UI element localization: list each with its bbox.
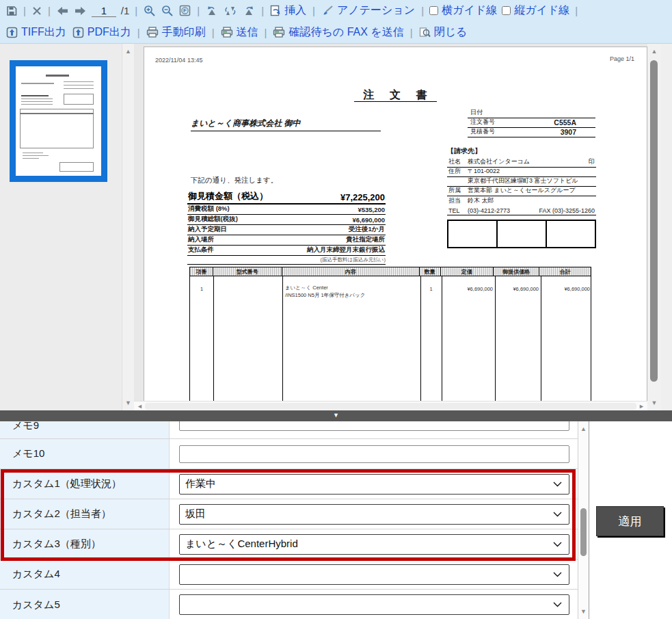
memo9-input[interactable]: [179, 421, 569, 431]
separator: |: [23, 5, 27, 16]
field-label: カスタム3（種別）: [0, 529, 170, 559]
send-label: 送信: [237, 25, 258, 40]
rotate-180-button[interactable]: [224, 5, 237, 16]
scroll-down-icon[interactable]: ▼: [122, 398, 134, 408]
recipient-line: まいと～く商事株式会社 御中: [191, 118, 381, 131]
vertical-scrollbar[interactable]: ▲ ▼: [647, 44, 661, 410]
memo10-input[interactable]: [179, 445, 569, 463]
save-icon: [6, 5, 17, 16]
field-row-custom3: カスタム3（種別） まいと～くCenterHybrid: [0, 529, 578, 559]
separator: |: [312, 5, 316, 16]
billing-block: 【請求先】 社名株式会社インターコム印 住所〒101-0022 東京都千代田区練…: [447, 146, 596, 215]
separator: |: [134, 5, 138, 16]
toolbar-row-1: | | /1 | F |: [0, 0, 672, 21]
document-page: 2022/11/04 13:45 Page 1/1 注 文 書 まいと～く商事株…: [144, 47, 647, 401]
toolbar-row-2: TIFF出力 PDF出力 | 手動印刷 | 送信 | 確認待ちの FAX を送信…: [0, 21, 672, 43]
separator: |: [211, 27, 215, 38]
v-guide-toggle[interactable]: 縦ガイド線: [502, 3, 569, 18]
fields-scroll-thumb[interactable]: [580, 508, 587, 556]
horizontal-scrollbar[interactable]: ◄ ►: [134, 401, 647, 410]
insert-label: 挿入: [284, 3, 306, 18]
v-guide-checkbox[interactable]: [502, 6, 511, 15]
fit-page-button[interactable]: F: [178, 5, 191, 16]
h-guide-toggle[interactable]: 横ガイド線: [429, 3, 497, 18]
thumbnail-panel: [0, 44, 122, 410]
scroll-down-icon[interactable]: ▼: [647, 398, 661, 408]
magnifier-page-icon: [419, 27, 431, 38]
item-no: 1: [190, 286, 213, 292]
page-thumbnail[interactable]: [10, 60, 107, 182]
info-row: 見積番号3907: [468, 128, 595, 137]
field-label: カスタム4: [0, 559, 170, 589]
manual-print-button[interactable]: 手動印刷: [146, 25, 206, 40]
toolbar: | | /1 | F |: [0, 0, 672, 44]
scroll-up-icon[interactable]: ▲: [647, 47, 661, 56]
field-row-custom4: カスタム4: [0, 559, 578, 590]
send-pending-fax-button[interactable]: 確認待ちの FAX を送信: [272, 25, 404, 40]
amount-row: 消費税額 (8%)¥535,200: [187, 205, 386, 215]
separator: |: [47, 5, 51, 16]
billing-row: 所属営業本部 まいと～くセールスグループ: [447, 187, 596, 196]
delete-page-button[interactable]: [31, 6, 42, 16]
manual-print-label: 手動印刷: [162, 25, 206, 40]
stamp-cell: [448, 221, 496, 247]
horizontal-scroll-thumb[interactable]: [145, 403, 636, 410]
close-viewer-label: 閉じる: [434, 25, 468, 40]
separator: |: [196, 5, 200, 16]
scroll-up-icon[interactable]: ▲: [578, 424, 589, 434]
custom3-type-select[interactable]: まいと～くCenterHybrid: [179, 534, 569, 555]
annotation-button[interactable]: アノテーション: [321, 3, 416, 18]
pdf-export-button[interactable]: PDF出力: [72, 25, 132, 40]
insert-page-button[interactable]: 挿入: [269, 3, 307, 18]
field-label: カスタム2（担当者）: [0, 499, 170, 529]
fields-scrollbar[interactable]: ▲ ▼: [578, 421, 589, 619]
close-x-icon: [32, 6, 42, 16]
rotate-right-icon: [243, 5, 255, 16]
field-label: メモ10: [0, 439, 170, 469]
chevron-down-icon: [553, 482, 562, 487]
scroll-up-icon[interactable]: ▲: [122, 47, 134, 56]
custom5-select[interactable]: [179, 594, 569, 615]
page-number-input[interactable]: [92, 5, 116, 17]
close-viewer-button[interactable]: 閉じる: [418, 25, 468, 40]
tiff-export-button[interactable]: TIFF出力: [5, 25, 67, 40]
thumbnail-scrollbar[interactable]: ▲ ▼: [122, 44, 134, 410]
send-button[interactable]: 送信: [220, 25, 259, 40]
chevron-down-icon: [553, 602, 562, 607]
next-page-button[interactable]: [74, 6, 87, 16]
v-guide-label: 縦ガイド線: [514, 3, 569, 18]
field-row-custom1: カスタム1（処理状況） 作業中: [0, 469, 578, 499]
rotate-180-icon: [224, 5, 237, 16]
amount-note: (振込手数料は振込み元払い): [187, 256, 386, 265]
custom4-select[interactable]: [179, 564, 569, 585]
apply-button[interactable]: 適用: [596, 506, 664, 536]
page-total-label: /1: [121, 5, 130, 16]
custom1-status-select[interactable]: 作業中: [179, 474, 569, 495]
scroll-right-icon[interactable]: ►: [639, 401, 645, 411]
billing-row: 社名株式会社インターコム印: [447, 158, 596, 168]
brush-icon: [321, 5, 334, 16]
rotate-left-button[interactable]: [205, 5, 219, 16]
prev-page-button[interactable]: [56, 6, 69, 16]
rotate-right-button[interactable]: [242, 5, 256, 16]
annotation-label: アノテーション: [337, 3, 415, 18]
item-offer-price: ¥6,690,000: [495, 286, 539, 292]
page-indicator: Page 1/1: [610, 55, 634, 62]
zoom-out-button[interactable]: [161, 5, 174, 16]
vertical-scroll-thumb[interactable]: [650, 60, 658, 382]
panel-splitter[interactable]: ▼: [0, 410, 672, 421]
viewer-right-gutter: [661, 44, 672, 410]
custom2-person-select[interactable]: 坂田: [179, 504, 569, 525]
zoom-in-button[interactable]: [143, 5, 156, 16]
document-viewport[interactable]: 2022/11/04 13:45 Page 1/1 注 文 書 まいと～く商事株…: [134, 44, 647, 401]
save-button[interactable]: [5, 5, 18, 16]
item-total: ¥6,690,000: [541, 286, 590, 292]
document-title: 注 文 書: [144, 88, 647, 103]
scroll-down-icon[interactable]: ▼: [578, 607, 589, 616]
h-guide-checkbox[interactable]: [429, 6, 438, 15]
rotate-left-icon: [206, 5, 218, 16]
scroll-left-icon[interactable]: ◄: [137, 401, 143, 411]
apply-area: 適用: [589, 421, 672, 619]
item-desc-1: まいと～く Center: [285, 285, 328, 291]
splitter-collapse-icon[interactable]: ▼: [333, 412, 339, 419]
